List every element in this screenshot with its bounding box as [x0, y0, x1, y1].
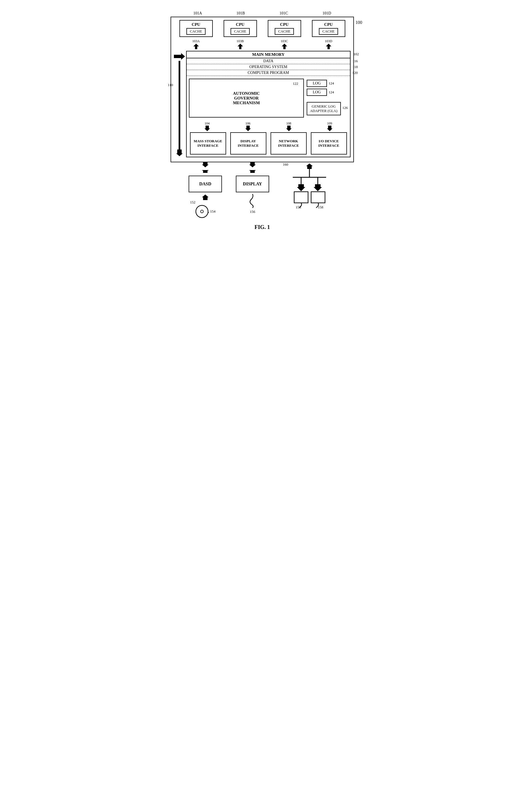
- network-iface-box: NETWORK INTERFACE: [270, 132, 307, 155]
- cpu-arrow-d: 103D: [312, 39, 345, 50]
- ref-108: 108: [286, 121, 291, 126]
- display-cable: [248, 194, 257, 209]
- autonomic-inner: AUTONOMIC GOVERNOR MECHANISM 122 LOG 124: [187, 76, 350, 120]
- log-box-a: LOG: [307, 80, 327, 87]
- ref-102: 102: [354, 52, 359, 56]
- cache-c-label: CACHE: [275, 28, 294, 35]
- svg-marker-5: [176, 149, 183, 156]
- ref-106: 106: [246, 121, 251, 126]
- cpu-arrow-row: 103A 103B 103C 103D: [174, 39, 351, 50]
- ref-101a-text: 101A: [193, 11, 202, 15]
- ref-101d: 101D: [312, 11, 342, 16]
- ref-101b-text: 101B: [236, 11, 245, 15]
- ref-101d-text: 101D: [323, 11, 331, 15]
- display-label: DISPLAY: [243, 182, 262, 187]
- ref-152: 152: [190, 200, 195, 204]
- svg-marker-17: [306, 163, 313, 169]
- main-memory-label: MAIN MEMORY: [187, 52, 350, 58]
- gla-box: GENERIC LOG ADAPTER (GLA): [307, 102, 341, 115]
- interface-row: MASS STORAGE INTERFACE DISPLAY INTERFACE…: [187, 131, 350, 157]
- ref-101b: 101B: [225, 11, 256, 16]
- cpu-labels-row: 101A 101B 101C 101D: [168, 11, 357, 16]
- dasd-label: DASD: [199, 182, 211, 187]
- ref-103a: 103A: [179, 39, 213, 43]
- svg-rect-25: [311, 192, 325, 203]
- ref-124b: 124: [329, 90, 334, 95]
- display-iface-box: DISPLAY INTERFACE: [230, 132, 266, 155]
- svg-marker-12: [202, 194, 209, 200]
- cpu-arrow-a: 103A: [179, 39, 213, 50]
- log-box-b: LOG: [307, 89, 327, 96]
- svg-marker-11: [202, 170, 209, 173]
- svg-point-14: [201, 210, 203, 213]
- svg-marker-2: [282, 44, 287, 49]
- ref-100: 100: [356, 20, 362, 25]
- ref-158b: 158: [318, 205, 323, 209]
- ref-101c-text: 101C: [279, 11, 288, 15]
- network-col: 160: [282, 162, 337, 218]
- ref-124a: 124: [329, 81, 334, 86]
- page: 101A 101B 101C 101D 100 CPU CACHE: [168, 11, 357, 230]
- io-iface-box: I/O DEVICE INTERFACE: [311, 132, 347, 155]
- ref-154: 154: [210, 209, 216, 214]
- ref-118: 118: [353, 65, 358, 69]
- main-system-box: 100 CPU CACHE CPU CACHE CPU CACHE CPU CA…: [171, 17, 354, 162]
- memory-section-wrapper: 110: [174, 51, 351, 157]
- data-label: DATA: [187, 58, 350, 64]
- gla-row: GENERIC LOG ADAPTER (GLA) 126: [307, 100, 348, 115]
- bus-arrow-col: 110: [174, 51, 185, 157]
- ref-160: 160: [283, 162, 288, 167]
- svg-marker-9: [327, 126, 333, 131]
- data-row: DATA 116: [187, 58, 350, 64]
- ref-104: 104: [205, 121, 210, 126]
- ref-116: 116: [353, 59, 358, 63]
- cpu-d-label: CPU: [315, 22, 342, 27]
- dasd-box: DASD: [189, 176, 222, 192]
- svg-rect-24: [294, 192, 308, 203]
- cache-d-label: CACHE: [319, 28, 338, 35]
- autonomic-label: AUTONOMIC GOVERNOR MECHANISM: [233, 91, 260, 105]
- arrow-to-mass: 104: [189, 121, 225, 131]
- svg-marker-10: [202, 162, 209, 167]
- arrow-to-display: 106: [230, 121, 266, 131]
- svg-marker-4: [174, 53, 185, 60]
- io-iface-label: I/O DEVICE INTERFACE: [313, 139, 345, 148]
- os-label: OPERATING SYSTEM: [187, 64, 350, 70]
- display-iface-label: DISPLAY INTERFACE: [233, 139, 264, 148]
- figure-label: FIG. 1: [168, 224, 357, 230]
- display-box: DISPLAY: [236, 176, 269, 192]
- svg-marker-15: [249, 162, 256, 167]
- log-b-row: LOG 124: [307, 89, 348, 96]
- cpu-box-d: CPU CACHE: [312, 20, 345, 37]
- cpu-box-b: CPU CACHE: [224, 20, 257, 37]
- cpu-b-label: CPU: [226, 22, 254, 27]
- ref-103b: 103B: [224, 39, 257, 43]
- log-gla-col: 122 LOG 124 LOG 124 GENERI: [307, 79, 348, 118]
- external-devices: DASD 152 154: [168, 162, 357, 218]
- svg-marker-1: [237, 44, 243, 49]
- svg-point-13: [196, 205, 208, 218]
- cache-a-label: CACHE: [187, 28, 205, 35]
- cpu-arrow-c: 103C: [268, 39, 301, 50]
- disk-icon-row: 154: [195, 204, 216, 218]
- fig-text: FIG. 1: [254, 224, 270, 230]
- cpu-a-label: CPU: [182, 22, 210, 27]
- cpu-arrow-b: 103B: [224, 39, 257, 50]
- ref-103d: 103D: [312, 39, 345, 43]
- dasd-col: DASD 152 154: [187, 162, 223, 218]
- cpu-row: CPU CACHE CPU CACHE CPU CACHE CPU CACHE: [174, 20, 351, 37]
- cache-b-label: CACHE: [231, 28, 249, 35]
- ref-110: 110: [168, 83, 173, 87]
- os-row: OPERATING SYSTEM 118: [187, 64, 350, 70]
- svg-marker-16: [249, 170, 256, 173]
- ref-120: 120: [353, 71, 358, 75]
- svg-marker-23: [314, 184, 322, 191]
- cpu-box-c: CPU CACHE: [268, 20, 301, 37]
- ref-101a: 101A: [182, 11, 213, 16]
- diagram-wrapper: 101A 101B 101C 101D 100 CPU CACHE: [162, 5, 368, 236]
- gla-label: GENERIC LOG ADAPTER (GLA): [310, 104, 338, 113]
- svg-marker-8: [286, 126, 292, 131]
- autonomic-text: AUTONOMIC GOVERNOR MECHANISM: [233, 91, 260, 105]
- cpu-box-a: CPU CACHE: [179, 20, 213, 37]
- ref-158a: 158: [296, 205, 301, 209]
